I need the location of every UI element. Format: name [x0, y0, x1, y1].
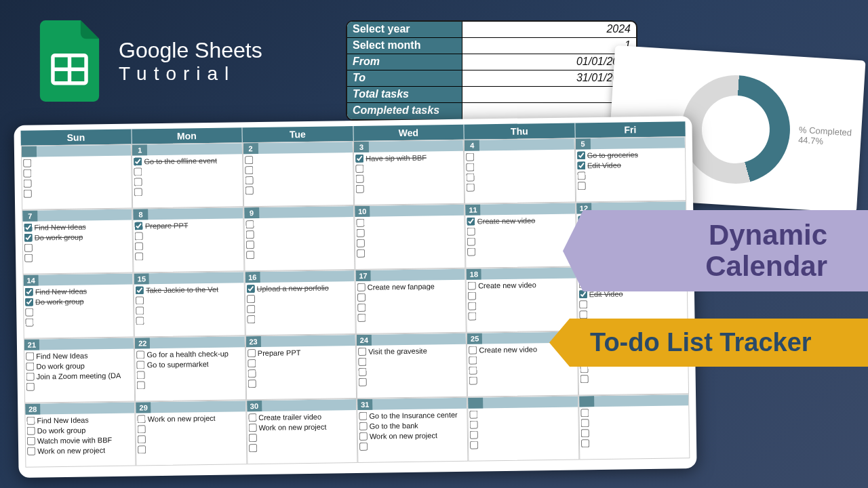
calendar-day-cell[interactable]: 21Find New IdeasDo work groupJoin a Zoom…: [24, 338, 136, 403]
task-checkbox[interactable]: [469, 312, 477, 320]
task-checkbox[interactable]: [25, 308, 33, 316]
task-checkbox[interactable]: [137, 371, 145, 379]
task-checkbox[interactable]: [245, 220, 254, 228]
calendar-day-cell[interactable]: 3Have sip with BBF: [353, 140, 465, 205]
task-checkbox[interactable]: [23, 169, 31, 177]
task-checkbox[interactable]: [580, 409, 589, 417]
task-checkbox[interactable]: [134, 188, 142, 196]
task-checkbox[interactable]: [580, 419, 589, 427]
summary-value[interactable]: 1: [462, 38, 636, 54]
task-checkbox[interactable]: [137, 361, 145, 369]
calendar-day-cell[interactable]: 17Create new fanpage: [355, 268, 467, 334]
task-checkbox[interactable]: [579, 310, 587, 319]
calendar-day-cell[interactable]: 10: [354, 204, 466, 270]
task-checkbox[interactable]: [26, 352, 34, 360]
task-checkbox[interactable]: [359, 411, 367, 420]
calendar-day-cell[interactable]: [578, 394, 690, 460]
task-checkbox[interactable]: [357, 249, 365, 257]
task-checkbox[interactable]: [577, 171, 585, 180]
task-checkbox[interactable]: [577, 151, 585, 159]
calendar-day-cell[interactable]: 23Prepare PPT: [245, 334, 357, 400]
calendar-day-cell[interactable]: 5Go to groceriesEdit Video: [574, 136, 686, 202]
calendar-day-cell[interactable]: 11Create new video: [465, 202, 576, 268]
calendar-day-cell[interactable]: 8Prepare PPT: [132, 207, 244, 272]
task-checkbox[interactable]: [27, 447, 35, 455]
task-checkbox[interactable]: [138, 435, 146, 443]
task-checkbox[interactable]: [134, 157, 142, 165]
task-checkbox[interactable]: [137, 381, 145, 389]
task-checkbox[interactable]: [358, 357, 366, 365]
task-checkbox[interactable]: [247, 295, 255, 303]
task-checkbox[interactable]: [27, 436, 35, 445]
calendar-day-cell[interactable]: 29Work on new project: [135, 400, 247, 466]
task-checkbox[interactable]: [27, 426, 35, 434]
task-checkbox[interactable]: [470, 441, 478, 449]
task-checkbox[interactable]: [25, 318, 33, 326]
task-checkbox[interactable]: [357, 313, 366, 321]
summary-value[interactable]: [462, 87, 636, 102]
task-checkbox[interactable]: [138, 425, 146, 433]
task-checkbox[interactable]: [357, 293, 366, 301]
calendar-day-cell[interactable]: 22Go for a health check-upGo to supermar…: [134, 336, 246, 401]
task-checkbox[interactable]: [357, 303, 366, 311]
task-checkbox[interactable]: [24, 233, 33, 241]
task-checkbox[interactable]: [248, 359, 256, 367]
task-checkbox[interactable]: [581, 439, 589, 447]
task-checkbox[interactable]: [358, 367, 366, 375]
task-checkbox[interactable]: [245, 166, 253, 174]
calendar-day-cell[interactable]: 1Go to the offline event: [132, 142, 243, 208]
calendar-day-cell[interactable]: 31Go to the Insurance centerGo to the ba…: [357, 397, 469, 463]
task-checkbox[interactable]: [245, 176, 253, 184]
task-checkbox[interactable]: [136, 286, 144, 294]
task-checkbox[interactable]: [134, 178, 142, 186]
task-checkbox[interactable]: [577, 161, 585, 169]
task-checkbox[interactable]: [356, 184, 364, 192]
task-checkbox[interactable]: [470, 420, 478, 428]
task-checkbox[interactable]: [467, 183, 475, 191]
task-checkbox[interactable]: [468, 302, 476, 310]
task-checkbox[interactable]: [579, 300, 587, 308]
task-checkbox[interactable]: [24, 243, 33, 251]
task-checkbox[interactable]: [249, 444, 257, 452]
task-checkbox[interactable]: [247, 315, 255, 323]
calendar-day-cell[interactable]: 14Find New IdeasDo work group: [22, 273, 134, 339]
task-checkbox[interactable]: [26, 382, 35, 390]
calendar-day-cell[interactable]: [467, 395, 579, 461]
calendar-day-cell[interactable]: 16Upload a new porfolio: [244, 270, 356, 336]
task-checkbox[interactable]: [246, 251, 254, 259]
calendar-day-cell[interactable]: 4: [464, 138, 576, 203]
task-checkbox[interactable]: [467, 237, 475, 245]
task-checkbox[interactable]: [248, 413, 256, 422]
calendar-day-cell[interactable]: 9: [243, 205, 355, 271]
task-checkbox[interactable]: [245, 241, 254, 249]
task-checkbox[interactable]: [136, 296, 144, 304]
task-checkbox[interactable]: [247, 305, 255, 313]
task-checkbox[interactable]: [580, 429, 589, 437]
task-checkbox[interactable]: [466, 152, 474, 161]
task-checkbox[interactable]: [135, 242, 143, 250]
task-checkbox[interactable]: [245, 186, 253, 195]
task-checkbox[interactable]: [248, 380, 256, 388]
task-checkbox[interactable]: [359, 378, 367, 386]
task-checkbox[interactable]: [357, 228, 365, 237]
task-checkbox[interactable]: [355, 164, 363, 172]
task-checkbox[interactable]: [26, 372, 35, 380]
task-checkbox[interactable]: [25, 298, 33, 306]
task-checkbox[interactable]: [248, 349, 256, 357]
task-checkbox[interactable]: [248, 434, 256, 442]
task-checkbox[interactable]: [359, 422, 368, 430]
calendar-day-cell[interactable]: 2: [242, 141, 354, 207]
task-checkbox[interactable]: [135, 222, 143, 230]
summary-value[interactable]: 01/01/2024: [462, 54, 636, 70]
task-checkbox[interactable]: [136, 350, 144, 359]
calendar-day-cell[interactable]: [21, 144, 133, 210]
task-checkbox[interactable]: [134, 167, 142, 176]
calendar-day-cell[interactable]: 30Create trailer videoWork on new projec…: [246, 399, 358, 464]
task-checkbox[interactable]: [359, 432, 368, 440]
calendar-day-cell[interactable]: 15Take Jackie to the Vet: [134, 271, 245, 337]
task-checkbox[interactable]: [357, 283, 366, 291]
task-checkbox[interactable]: [135, 252, 143, 260]
task-checkbox[interactable]: [23, 159, 31, 167]
task-checkbox[interactable]: [356, 218, 364, 226]
task-checkbox[interactable]: [24, 189, 32, 197]
